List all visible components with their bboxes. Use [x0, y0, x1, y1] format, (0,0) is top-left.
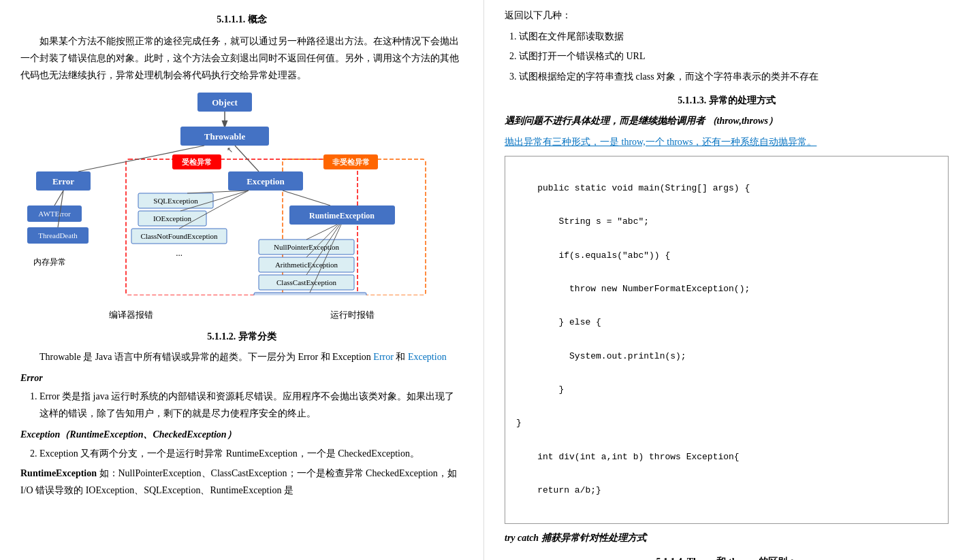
left-panel: 5.1.1.1. 概念 如果某个方法不能按照正常的途径完成任务，就可以通过另一种…	[0, 0, 484, 560]
svg-text:非受检异常: 非受检异常	[332, 158, 370, 166]
error-item-1: Error 类是指 java 运行时系统的内部错误和资源耗尽错误。应用程序不会抛…	[39, 388, 463, 422]
svg-text:RuntimeException: RuntimeException	[309, 211, 375, 220]
svg-text:↖: ↖	[227, 146, 233, 154]
section-112-title: 5.1.1.2. 异常分类	[20, 331, 463, 343]
svg-text:Exception: Exception	[247, 176, 285, 186]
svg-text:ThreadDeath: ThreadDeath	[38, 231, 78, 240]
svg-text:内存异常: 内存异常	[33, 257, 66, 267]
error-list: Error 类是指 java 运行时系统的内部错误和资源耗尽错误。应用程序不会抛…	[39, 388, 463, 422]
svg-text:Throwable: Throwable	[204, 131, 246, 142]
exception-list: Exception 又有两个分支，一个是运行时异常 RuntimeExcepti…	[39, 445, 463, 462]
svg-text:ClassCastException: ClassCastException	[276, 278, 336, 286]
runtime-error-label: 运行时报错	[330, 309, 375, 321]
checked-item-3: 试图根据给定的字符串查找 class 对象，而这个字符串表示的类并不存在	[519, 68, 949, 85]
svg-text:SQLException: SQLException	[153, 197, 198, 205]
compiler-error-label: 编译器报错	[109, 309, 153, 321]
classify-para: Throwable 是 Java 语言中所有错误或异常的超类。下一层分为 Err…	[20, 348, 463, 365]
svg-line-46	[306, 225, 337, 240]
list-intro: 返回以下几种：	[505, 7, 949, 24]
error-link: Error	[373, 352, 396, 362]
svg-text:Error: Error	[52, 176, 74, 186]
checked-item-1: 试图在文件尾部读取数据	[519, 28, 949, 45]
svg-text:ArithmeticException: ArithmeticException	[275, 261, 338, 269]
exception-link: Exception	[408, 352, 447, 362]
svg-text:Object: Object	[212, 97, 238, 108]
exception-svg: Object Throwable ↖ 受检异常 非受检异常 Error Ex	[24, 91, 460, 295]
section-111-title: 5.1.1.1. 概念	[20, 14, 463, 26]
checkedexception-list: 试图在文件尾部读取数据 试图打开一个错误格式的 URL 试图根据给定的字符串查找…	[519, 28, 949, 85]
exception-diagram: Object Throwable ↖ 受检异常 非受检异常 Error Ex	[24, 91, 460, 302]
section-114-title: 5.1.1.4. Throw 和 throws 的区别：	[505, 556, 949, 560]
right-panel: 返回以下几种： 试图在文件尾部读取数据 试图打开一个错误格式的 URL 试图根据…	[484, 0, 969, 560]
runtime-label: RuntimeException	[20, 468, 97, 478]
svg-line-40	[283, 191, 330, 205]
throw-desc: 抛出异常有三种形式，一是 throw,一个 throws，还有一种系统自动抛异常…	[505, 133, 949, 150]
svg-rect-36	[254, 293, 366, 295]
svg-text:ClassNotFoundException: ClassNotFoundException	[140, 232, 218, 240]
svg-line-39	[235, 146, 259, 171]
svg-text:受检异常: 受检异常	[182, 158, 212, 166]
svg-text:IOException: IOException	[153, 214, 192, 223]
checked-item-2: 试图打开一个错误格式的 URL	[519, 48, 949, 65]
runtime-desc: RuntimeException 如：NullPointerException、…	[20, 465, 463, 499]
concept-para: 如果某个方法不能按照正常的途径完成任务，就可以通过另一种路径退出方法。在这种情况…	[20, 33, 463, 84]
section-113-title: 5.1.1.3. 异常的处理方式	[505, 95, 949, 107]
code-block: public static void main(String[] args) {…	[505, 156, 949, 523]
error-label: Error	[20, 369, 463, 386]
exception-item-2: Exception 又有两个分支，一个是运行时异常 RuntimeExcepti…	[39, 445, 463, 462]
handle-italic: 遇到问题不进行具体处理，而是继续抛给调用者 （throw,throws）	[505, 112, 949, 129]
svg-text:...: ...	[176, 248, 182, 258]
exception-label: Exception（RuntimeException、CheckedExcept…	[20, 426, 463, 443]
try-catch-label: try catch 捕获异常针对性处理方式	[505, 529, 949, 546]
svg-line-43	[187, 191, 249, 193]
svg-text:AWTError: AWTError	[38, 210, 71, 218]
diagram-caption: 编译器报错 运行时报错	[20, 309, 463, 321]
